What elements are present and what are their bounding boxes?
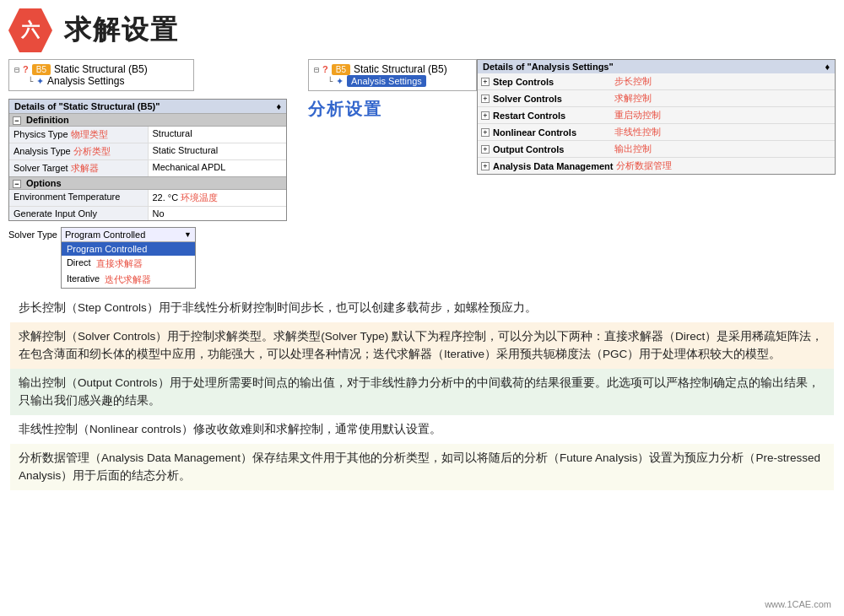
analysis-row-solver: + Solver Controls 求解控制 [478, 90, 835, 107]
analysis-row-data-mgmt: + Analysis Data Management 分析数据管理 [478, 158, 835, 174]
solver-option-direct[interactable]: Direct 直接求解器 [62, 256, 195, 272]
label-physics-type: Physics Type 物理类型 [9, 127, 149, 143]
analysis-row-step: + Step Controls 步长控制 [478, 73, 835, 90]
analysis-label-step: Step Controls [493, 77, 611, 87]
tree-box-2: ⊟ ? B5 Static Structural (B5) └ ✦ Analys… [308, 59, 477, 91]
tree2-question-icon: ? [322, 64, 328, 74]
text-block-output-content: 输出控制（Output Controls）用于处理所需要时间点的输出值，对于非线… [19, 376, 820, 408]
section-header-options: − Options [9, 176, 286, 190]
tree-folder-icon: B5 [32, 64, 51, 75]
row-analysis-type: Analysis Type 分析类型 Static Structural [9, 143, 286, 160]
details-panel-static: Details of "Static Structural (B5)" ♦ − … [8, 99, 287, 221]
expand-step-icon[interactable]: + [481, 78, 490, 86]
value-env-cn: 环境温度 [181, 192, 218, 203]
details-title: Details of "Static Structural (B5)" [14, 101, 160, 111]
header: 六 求解设置 [0, 0, 844, 59]
analysis-icon: ✦ [36, 76, 44, 87]
analysis-label-nonlinear: Nonlinear Controls [493, 127, 611, 138]
value-env-temp: 22. °C 环境温度 [149, 190, 287, 206]
section-definition: − Definition Physics Type 物理类型 Structura… [9, 113, 286, 176]
analysis-value-data-mgmt: 分析数据管理 [616, 159, 672, 172]
section-minus-icon-2: − [13, 180, 21, 188]
solver-option-programcontrolled[interactable]: Program Controlled [62, 242, 195, 256]
middle-column: ⊟ ? B5 Static Structural (B5) └ ✦ Analys… [300, 59, 468, 121]
expand-data-mgmt-icon[interactable]: + [481, 162, 490, 170]
value-gen-input: No [149, 207, 287, 220]
fenjie-annotation: 分析设置 [308, 98, 382, 121]
text-block-data-management: 分析数据管理（Analysis Data Management）保存结果文件用于… [10, 444, 834, 490]
expand-restart-icon[interactable]: + [481, 111, 490, 120]
right-column: Details of "Analysis Settings" ♦ + Step … [468, 59, 836, 175]
tree-analysis-label: Analysis Settings [47, 75, 124, 87]
analysis-label-data-mgmt: Analysis Data Management [493, 161, 613, 171]
solver-type-area: Solver Type Program Controlled ▼ Program… [8, 227, 300, 289]
section-label-definition: Definition [26, 115, 69, 125]
watermark: www.1CAE.com [765, 599, 831, 609]
label-solver-cn: 求解器 [71, 163, 99, 173]
option-direct-label: Direct [67, 257, 91, 270]
solver-current-value: Program Controlled [65, 230, 184, 240]
row-gen-input: Generate Input Only No [9, 207, 286, 220]
row-solver-target: Solver Target 求解器 Mechanical APDL [9, 160, 286, 176]
solver-dropdown-header[interactable]: Program Controlled ▼ [62, 228, 195, 242]
details-title-bar: Details of "Static Structural (B5)" ♦ [9, 100, 286, 113]
tree2-item-root: ⊟ ? B5 Static Structural (B5) [314, 63, 471, 75]
option-iterative-cn: 迭代求解器 [105, 273, 151, 286]
value-physics-type: Structural [149, 127, 287, 143]
label-analysis-cn: 分析类型 [73, 146, 111, 156]
text-block-output-controls: 输出控制（Output Controls）用于处理所需要时间点的输出值，对于非线… [10, 369, 834, 415]
section-header-definition: − Definition [9, 113, 286, 127]
solver-type-label: Solver Type [8, 227, 57, 240]
top-content-row: ⊟ ? B5 Static Structural (B5) └ ✦ Analys… [0, 59, 844, 289]
tree2-item-analysis: └ ✦ Analysis Settings [314, 75, 471, 87]
section-minus-icon: − [13, 116, 21, 125]
expand-output-icon[interactable]: + [481, 145, 490, 154]
tree2-connector: ⊟ [314, 65, 319, 74]
expand-solver-icon[interactable]: + [481, 95, 490, 103]
left-column: ⊟ ? B5 Static Structural (B5) └ ✦ Analys… [8, 59, 300, 289]
text-block-nonlinear-controls: 非线性控制（Nonlinear controls）修改收敛难则和求解控制，通常使… [10, 415, 834, 444]
tree-item-analysis: └ ✦ Analysis Settings [14, 75, 188, 87]
analysis-row-nonlinear: + Nonlinear Controls 非线性控制 [478, 124, 835, 141]
row-env-temp: Environment Temperature 22. °C 环境温度 [9, 190, 286, 207]
text-block-data-content: 分析数据管理（Analysis Data Management）保存结果文件用于… [19, 451, 820, 483]
question-mark-icon: ? [23, 64, 29, 74]
analysis-row-restart: + Restart Controls 重启动控制 [478, 107, 835, 124]
analysis-value-output: 输出控制 [614, 143, 652, 155]
tree2-folder-icon: B5 [332, 64, 350, 75]
details-pin-icon: ♦ [276, 101, 281, 111]
analysis-label-output: Output Controls [493, 144, 611, 154]
label-env-temp: Environment Temperature [9, 190, 149, 206]
tree2-analysis-icon: ✦ [336, 76, 344, 87]
tree-root-label: Static Structural (B5) [54, 63, 148, 75]
tree2-line: └ [327, 77, 333, 86]
label-gen-input: Generate Input Only [9, 207, 149, 220]
option-direct-cn: 直接求解器 [96, 257, 143, 270]
analysis-details-title-text: Details of "Analysis Settings" [483, 62, 614, 72]
row-physics-type: Physics Type 物理类型 Structural [9, 127, 286, 143]
tree2-root-label: Static Structural (B5) [354, 63, 447, 75]
label-physics-cn: 物理类型 [71, 129, 108, 139]
value-solver-target: Mechanical APDL [149, 160, 287, 176]
label-solver-target: Solver Target 求解器 [9, 160, 149, 176]
text-block-solver-content: 求解控制（Solver Controls）用于控制求解类型。求解类型(Solve… [19, 330, 823, 361]
section-number-hexagon: 六 [8, 8, 52, 52]
section-label-options: Options [26, 178, 62, 188]
analysis-value-nonlinear: 非线性控制 [614, 126, 661, 138]
analysis-value-step: 步长控制 [614, 75, 652, 88]
tree-line: └ [28, 77, 33, 86]
solver-option-iterative[interactable]: Iterative 迭代求解器 [62, 272, 195, 288]
hex-label: 六 [21, 18, 40, 43]
analysis-row-output: + Output Controls 输出控制 [478, 141, 835, 158]
analysis-label-solver: Solver Controls [493, 94, 611, 104]
analysis-label-restart: Restart Controls [493, 111, 611, 121]
expand-nonlinear-icon[interactable]: + [481, 128, 490, 137]
tree2-analysis-settings-label: Analysis Settings [347, 75, 426, 87]
analysis-value-solver: 求解控制 [614, 92, 652, 105]
analysis-details-panel: Details of "Analysis Settings" ♦ + Step … [477, 59, 836, 175]
text-block-step-controls: 步长控制（Step Controls）用于非线性分析财控制时间步长，也可以创建多… [10, 294, 834, 322]
tree-connector: ⊟ [14, 65, 19, 74]
solver-dropdown[interactable]: Program Controlled ▼ Program Controlled … [61, 227, 196, 289]
page-title: 求解设置 [64, 12, 179, 49]
text-block-step-content: 步长控制（Step Controls）用于非线性分析财控制时间步长，也可以创建多… [19, 301, 537, 314]
